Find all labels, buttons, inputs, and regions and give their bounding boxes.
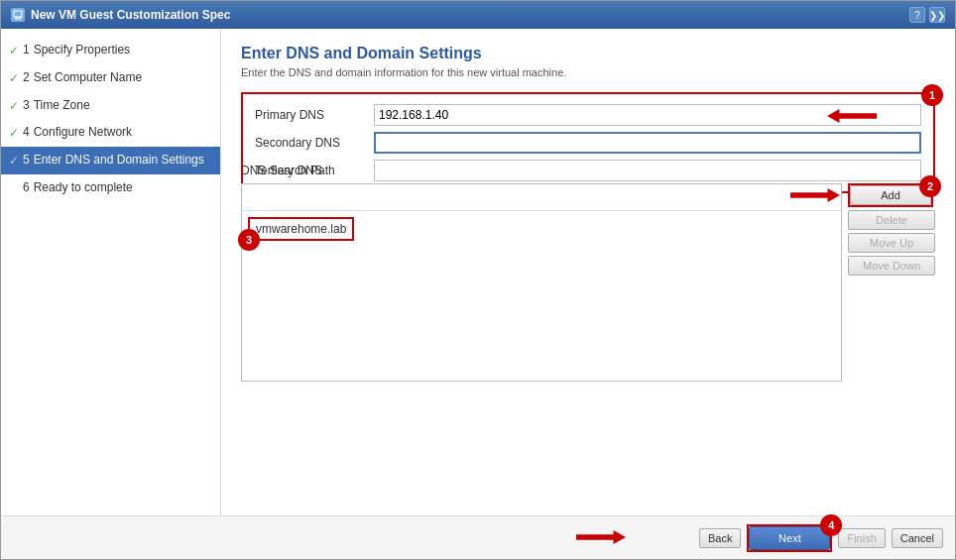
dialog: New VM Guest Customization Spec ? ❯❯ ✓ 1… — [0, 0, 956, 560]
check-icon-2: ✓ — [9, 70, 19, 87]
tertiary-dns-input[interactable] — [374, 160, 921, 181]
sidebar-label-4: Configure Network — [34, 124, 132, 141]
step-num-1: 1 — [23, 42, 30, 58]
sidebar-label-2: Set Computer Name — [34, 69, 142, 86]
footer-annotation-arrow — [576, 530, 626, 544]
primary-dns-input[interactable] — [374, 104, 921, 126]
move-up-button[interactable]: Move Up — [848, 233, 935, 253]
dns-search-input[interactable] — [242, 184, 841, 210]
step-num-5: 5 — [23, 152, 30, 168]
badge-1: 1 — [921, 84, 943, 106]
finish-button[interactable]: Finish — [838, 528, 885, 548]
secondary-dns-input[interactable] — [374, 132, 921, 154]
content-title: Enter DNS and Domain Settings — [241, 45, 935, 62]
step-num-6: 6 — [23, 179, 30, 196]
check-icon-4: ✓ — [9, 125, 19, 142]
sidebar-item-enter-dns[interactable]: ✓ 5 Enter DNS and Domain Settings — [1, 147, 220, 174]
move-down-button[interactable]: Move Down — [848, 256, 935, 276]
primary-dns-label: Primary DNS — [255, 108, 374, 122]
check-icon-1: ✓ — [9, 43, 19, 59]
primary-dns-row: Primary DNS — [255, 104, 921, 126]
expand-button[interactable]: ❯❯ — [929, 7, 945, 23]
sidebar-item-set-computer-name[interactable]: ✓ 2 Set Computer Name — [1, 64, 220, 92]
dns-list-item: vmwarehome.lab 3 — [248, 217, 354, 241]
badge-2: 2 — [919, 175, 941, 197]
check-icon-3: ✓ — [9, 98, 19, 115]
sidebar-label-1: Specify Properties — [34, 42, 130, 58]
badge-3: 3 — [238, 229, 260, 251]
sidebar-label-6: Ready to complete — [34, 179, 133, 196]
title-bar-controls: ? ❯❯ — [909, 7, 945, 23]
sidebar-item-configure-network[interactable]: ✓ 4 Configure Network — [1, 119, 220, 147]
step-num-3: 3 — [23, 97, 30, 114]
content-area: Enter DNS and Domain Settings Enter the … — [221, 29, 955, 515]
delete-button[interactable]: Delete — [848, 210, 935, 230]
check-icon-5: ✓ — [9, 153, 19, 169]
next-button[interactable]: Next — [749, 526, 830, 550]
title-bar: New VM Guest Customization Spec ? ❯❯ — [1, 1, 955, 29]
footer: Back 4 Next Finish Cancel — [1, 515, 955, 559]
dns-fields-section: 1 Primary DNS Secondary DNS Tertiary DNS — [241, 92, 935, 193]
cancel-button[interactable]: Cancel — [892, 528, 943, 548]
sidebar-item-ready-to-complete[interactable]: ✓ 6 Ready to complete — [1, 174, 220, 202]
sidebar-label-5: Enter DNS and Domain Settings — [34, 152, 204, 168]
secondary-dns-label: Secondary DNS — [255, 136, 374, 150]
add-button-wrapper: 2 Add — [848, 183, 933, 207]
help-button[interactable]: ? — [909, 7, 925, 23]
main-content: ✓ 1 Specify Properties ✓ 2 Set Computer … — [1, 29, 955, 515]
tertiary-dns-row: Tertiary DNS — [255, 160, 921, 181]
vm-icon — [11, 8, 25, 22]
sidebar-item-specify-properties[interactable]: ✓ 1 Specify Properties — [1, 37, 220, 64]
sidebar: ✓ 1 Specify Properties ✓ 2 Set Computer … — [1, 29, 221, 515]
annotation-arrow-2 — [790, 188, 840, 202]
title-bar-left: New VM Guest Customization Spec — [11, 8, 230, 22]
sidebar-label-3: Time Zone — [34, 97, 90, 114]
step-num-4: 4 — [23, 124, 30, 141]
svg-rect-0 — [14, 11, 22, 17]
badge-4: 4 — [820, 514, 842, 536]
content-subtitle: Enter the DNS and domain information for… — [241, 66, 935, 78]
next-button-wrapper: 4 Next — [747, 524, 832, 552]
step-num-2: 2 — [23, 69, 30, 86]
tertiary-dns-label: Tertiary DNS — [255, 164, 374, 177]
dialog-title: New VM Guest Customization Spec — [31, 8, 230, 22]
sidebar-item-time-zone[interactable]: ✓ 3 Time Zone — [1, 92, 220, 120]
back-button[interactable]: Back — [699, 528, 741, 548]
secondary-dns-row: Secondary DNS — [255, 132, 921, 154]
